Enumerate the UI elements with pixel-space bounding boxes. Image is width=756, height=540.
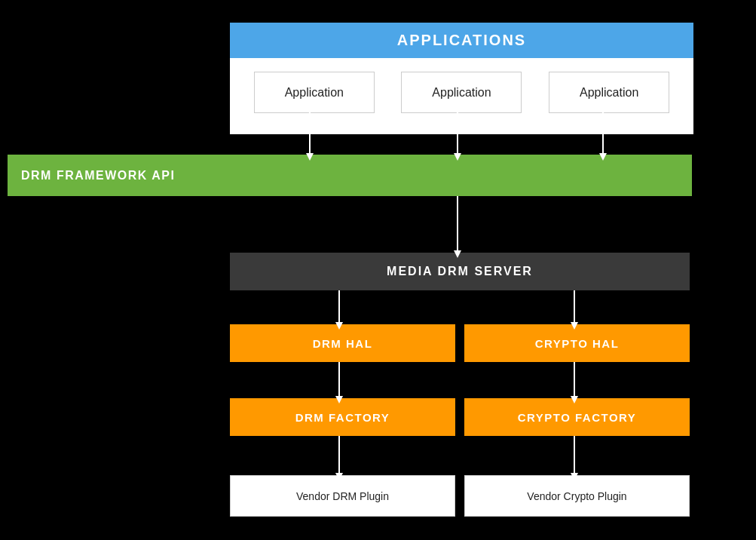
vendor-drm-plugin-box: Vendor DRM Plugin (230, 475, 455, 517)
drm-framework-label: DRM FRAMEWORK API (21, 169, 175, 183)
drm-hal-box: DRM HAL (230, 324, 455, 362)
applications-header: APPLICATIONS (230, 23, 693, 58)
applications-body: Application Application Application (230, 58, 693, 134)
applications-container: APPLICATIONS Application Application App… (230, 23, 693, 134)
application-box-2: Application (401, 72, 522, 113)
hal-row: DRM HAL CRYPTO HAL (230, 324, 690, 362)
crypto-factory-box: CRYPTO FACTORY (464, 398, 690, 436)
vendor-crypto-plugin-box: Vendor Crypto Plugin (464, 475, 690, 517)
application-box-3: Application (549, 72, 669, 113)
media-drm-server-label: MEDIA DRM SERVER (387, 265, 533, 278)
media-drm-server-bar: MEDIA DRM SERVER (230, 253, 690, 290)
application-box-1: Application (254, 72, 375, 113)
drm-factory-box: DRM FACTORY (230, 398, 455, 436)
drm-factory-label: DRM FACTORY (295, 411, 390, 424)
crypto-hal-box: CRYPTO HAL (464, 324, 690, 362)
drm-framework-bar: DRM FRAMEWORK API (8, 155, 692, 196)
vendor-drm-plugin-label: Vendor DRM Plugin (296, 490, 389, 502)
vendor-crypto-plugin-label: Vendor Crypto Plugin (527, 490, 626, 502)
diagram: APPLICATIONS Application Application App… (0, 0, 756, 540)
vendor-row: Vendor DRM Plugin Vendor Crypto Plugin (230, 475, 690, 517)
drm-hal-label: DRM HAL (313, 337, 373, 350)
crypto-factory-label: CRYPTO FACTORY (518, 411, 637, 424)
factory-row: DRM FACTORY CRYPTO FACTORY (230, 398, 690, 436)
crypto-hal-label: CRYPTO HAL (535, 337, 620, 350)
